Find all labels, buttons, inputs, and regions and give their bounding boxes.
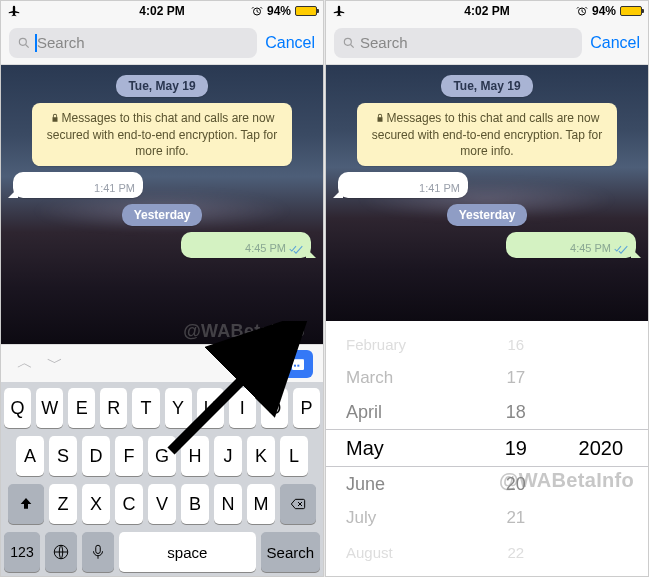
svg-rect-5 <box>297 364 299 366</box>
search-input-wrap[interactable] <box>334 28 582 58</box>
phone-right: 4:02 PM 94% Cancel Tue, May 19 Messages … <box>325 0 649 577</box>
status-time: 4:02 PM <box>139 4 184 18</box>
encryption-banner[interactable]: Messages to this chat and calls are now … <box>32 103 292 166</box>
date-picker[interactable]: WABetaInfo February16March17April18May19… <box>326 321 648 577</box>
key-m[interactable]: M <box>247 484 275 524</box>
key-p[interactable]: P <box>293 388 320 428</box>
cancel-button[interactable]: Cancel <box>265 34 315 52</box>
search-input[interactable] <box>37 34 249 51</box>
key-k[interactable]: K <box>247 436 275 476</box>
mic-key[interactable] <box>82 532 114 572</box>
key-n[interactable]: N <box>214 484 242 524</box>
key-u[interactable]: U <box>197 388 224 428</box>
key-w[interactable]: W <box>36 388 63 428</box>
key-t[interactable]: T <box>132 388 159 428</box>
svg-rect-7 <box>96 545 101 553</box>
read-ticks-icon <box>614 244 628 254</box>
chat-area[interactable]: Tue, May 19 Messages to this chat and ca… <box>1 65 323 344</box>
key-v[interactable]: V <box>148 484 176 524</box>
key-e[interactable]: E <box>68 388 95 428</box>
date-pill-yesterday: Yesterday <box>122 204 203 226</box>
airplane-icon <box>7 4 21 18</box>
search-bar: Cancel <box>1 21 323 65</box>
mic-icon <box>89 543 107 561</box>
kb-row-4: 123 space Search <box>4 532 320 572</box>
key-j[interactable]: J <box>214 436 242 476</box>
picker-row[interactable]: March17 <box>326 361 648 395</box>
svg-point-10 <box>344 38 351 45</box>
search-input-wrap[interactable] <box>9 28 257 58</box>
calendar-icon <box>289 356 307 372</box>
search-icon <box>342 36 356 50</box>
num-key[interactable]: 123 <box>4 532 40 572</box>
key-o[interactable]: O <box>261 388 288 428</box>
key-c[interactable]: C <box>115 484 143 524</box>
key-a[interactable]: A <box>16 436 44 476</box>
chevron-down-icon[interactable]: ﹀ <box>41 351 69 376</box>
svg-rect-4 <box>294 364 296 366</box>
search-icon <box>17 36 31 50</box>
key-h[interactable]: H <box>181 436 209 476</box>
picker-row[interactable]: June20 <box>326 467 648 501</box>
phone-left: 4:02 PM 94% Cancel Tue, May 19 Messages … <box>0 0 324 577</box>
picker-row[interactable]: August22 <box>326 535 648 569</box>
globe-key[interactable] <box>45 532 77 572</box>
picker-row[interactable]: February16 <box>326 327 648 361</box>
key-q[interactable]: Q <box>4 388 31 428</box>
picker-row[interactable]: April18 <box>326 395 648 429</box>
battery-pct: 94% <box>592 4 616 18</box>
key-b[interactable]: B <box>181 484 209 524</box>
key-x[interactable]: X <box>82 484 110 524</box>
backspace-key[interactable] <box>280 484 316 524</box>
globe-icon <box>52 543 70 561</box>
key-l[interactable]: L <box>280 436 308 476</box>
alarm-icon <box>251 5 263 17</box>
cancel-button[interactable]: Cancel <box>590 34 640 52</box>
date-pill-yesterday: Yesterday <box>447 204 528 226</box>
kb-row-2: ASDFGHJKL <box>4 436 320 476</box>
key-d[interactable]: D <box>82 436 110 476</box>
status-bar: 4:02 PM 94% <box>1 1 323 21</box>
lock-icon <box>375 111 385 127</box>
calendar-button[interactable] <box>283 350 313 378</box>
search-input[interactable] <box>360 34 574 51</box>
kb-row-3: ZXCVBNM <box>4 484 320 524</box>
shift-key[interactable] <box>8 484 44 524</box>
message-incoming[interactable]: 1:41 PM <box>13 172 143 198</box>
chat-area[interactable]: Tue, May 19 Messages to this chat and ca… <box>326 65 648 321</box>
key-z[interactable]: Z <box>49 484 77 524</box>
status-bar: 4:02 PM 94% <box>326 1 648 21</box>
picker-row[interactable]: July21 <box>326 501 648 535</box>
key-i[interactable]: I <box>229 388 256 428</box>
space-key[interactable]: space <box>119 532 256 572</box>
status-time: 4:02 PM <box>464 4 509 18</box>
key-f[interactable]: F <box>115 436 143 476</box>
message-outgoing[interactable]: 4:45 PM <box>181 232 311 258</box>
key-g[interactable]: G <box>148 436 176 476</box>
search-key[interactable]: Search <box>261 532 320 572</box>
calendar-strip: ︿ ﹀ <box>1 344 323 382</box>
battery-pct: 94% <box>267 4 291 18</box>
key-y[interactable]: Y <box>165 388 192 428</box>
alarm-icon <box>576 5 588 17</box>
message-outgoing[interactable]: 4:45 PM <box>506 232 636 258</box>
encryption-banner[interactable]: Messages to this chat and calls are now … <box>357 103 617 166</box>
date-pill: Tue, May 19 <box>116 75 207 97</box>
read-ticks-icon <box>289 244 303 254</box>
svg-point-1 <box>19 38 26 45</box>
key-s[interactable]: S <box>49 436 77 476</box>
date-pill: Tue, May 19 <box>441 75 532 97</box>
svg-rect-3 <box>292 359 304 362</box>
picker-row[interactable]: May192020 <box>326 429 648 467</box>
battery-icon <box>620 6 642 16</box>
key-r[interactable]: R <box>100 388 127 428</box>
message-incoming[interactable]: 1:41 PM <box>338 172 468 198</box>
search-bar: Cancel <box>326 21 648 65</box>
keyboard: QWERTYUIOP ASDFGHJKL ZXCVBNM 123 space S… <box>1 382 323 576</box>
airplane-icon <box>332 4 346 18</box>
battery-icon <box>295 6 317 16</box>
kb-row-1: QWERTYUIOP <box>4 388 320 428</box>
lock-icon <box>50 111 60 127</box>
chevron-up-icon[interactable]: ︿ <box>11 351 39 376</box>
